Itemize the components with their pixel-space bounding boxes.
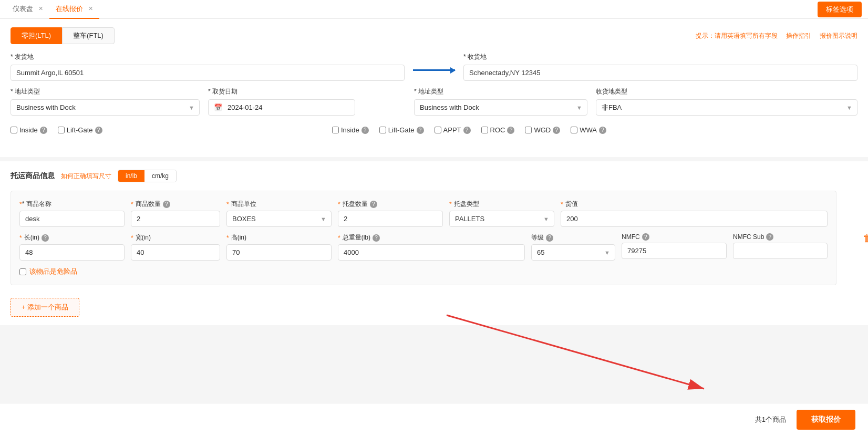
nmfc-help-icon[interactable]: ? bbox=[642, 233, 649, 241]
address-section: * 发货地 * 收货地 * 地址类型 Business with Dock bbox=[11, 53, 857, 149]
tab-quote[interactable]: 在线报价 ✕ bbox=[49, 0, 99, 19]
tab-dashboard[interactable]: 仪表盘 ✕ bbox=[6, 0, 49, 19]
delivery-type-select[interactable]: 非FBA FBA bbox=[596, 99, 857, 116]
dest-wwa-help-icon[interactable]: ? bbox=[599, 127, 606, 134]
dangerous-goods-label: 该物品是危险品 bbox=[29, 267, 77, 276]
item-pallet-type-select[interactable]: PALLETS SKIDS bbox=[449, 211, 554, 227]
item-unit-select-wrap: BOXES PALLETS PIECES ▼ bbox=[226, 211, 332, 227]
origin-inside-help-icon[interactable]: ? bbox=[40, 127, 47, 134]
dangerous-goods-input[interactable] bbox=[19, 268, 26, 275]
nmfc-sub-help-icon[interactable]: ? bbox=[766, 233, 773, 241]
pickup-date-input-wrap[interactable]: 📅 bbox=[208, 99, 355, 116]
dest-input[interactable] bbox=[463, 65, 857, 81]
field-name-label: * * 商品名称 bbox=[19, 200, 125, 209]
origin-addr-type-select-wrap: Business with Dock Business without Dock… bbox=[11, 99, 200, 116]
dest-inside-label: Inside bbox=[341, 126, 359, 134]
item-unit-select[interactable]: BOXES PALLETS PIECES bbox=[226, 211, 332, 227]
origin-input[interactable] bbox=[11, 65, 405, 81]
pallet-qty-help-icon[interactable]: ? bbox=[370, 201, 377, 208]
dest-wgd-checkbox[interactable]: WGD ? bbox=[525, 126, 560, 134]
dest-roc-checkbox[interactable]: ROC ? bbox=[481, 126, 515, 134]
add-item-button[interactable]: + 添加一个商品 bbox=[11, 298, 79, 317]
tab-bar: 仪表盘 ✕ 在线报价 ✕ 标签选项 bbox=[0, 0, 868, 19]
dest-wwa-input[interactable] bbox=[571, 127, 577, 133]
dest-appt-input[interactable] bbox=[435, 127, 441, 133]
tab-quote-close[interactable]: ✕ bbox=[88, 5, 93, 12]
unit-tab-inlb[interactable]: in/lb bbox=[118, 170, 144, 182]
tab-ftl[interactable]: 整车(FTL) bbox=[62, 27, 115, 44]
item-row-2: * 长(in) ? * 宽(in) * 高(in) bbox=[19, 233, 828, 261]
dest-wgd-input[interactable] bbox=[525, 127, 532, 133]
dest-wwa-checkbox[interactable]: WWA ? bbox=[571, 126, 606, 134]
item-length-input[interactable] bbox=[19, 244, 125, 261]
delete-item-icon[interactable]: 🗑 bbox=[863, 232, 868, 244]
origin-inside-checkbox[interactable]: Inside ? bbox=[11, 126, 47, 134]
dest-addr-type-select[interactable]: Business with Dock Business without Dock… bbox=[414, 99, 587, 116]
origin-liftgate-input[interactable] bbox=[58, 127, 65, 133]
dest-addr-type-group: * 地址类型 Business with Dock Business witho… bbox=[414, 87, 587, 116]
field-pallet-qty: * 托盘数量 ? bbox=[338, 200, 443, 227]
field-length-label: * 长(in) ? bbox=[19, 233, 125, 242]
item-grade-select[interactable]: 65 70 77.5 85 92.5 100 110 125 150 175 2… bbox=[531, 244, 615, 261]
origin-inside-input[interactable] bbox=[11, 127, 17, 133]
weight-help-icon[interactable]: ? bbox=[373, 234, 380, 242]
hint-link-diagram[interactable]: 报价图示说明 bbox=[820, 32, 857, 40]
origin-liftgate-help-icon[interactable]: ? bbox=[95, 127, 102, 134]
delivery-type-select-wrap: 非FBA FBA ▼ bbox=[596, 99, 857, 116]
dest-group: * 收货地 bbox=[463, 53, 857, 81]
item-nmfc-input[interactable] bbox=[622, 243, 727, 259]
dest-liftgate-input[interactable] bbox=[379, 127, 386, 133]
hint-link-guide[interactable]: 操作指引 bbox=[786, 32, 811, 40]
dangerous-goods-checkbox[interactable]: 该物品是危险品 bbox=[19, 267, 828, 276]
tag-options-button[interactable]: 标签选项 bbox=[818, 2, 862, 17]
field-grade: 等级 ? 65 70 77.5 85 92.5 100 110 125 bbox=[531, 233, 615, 261]
origin-addr-type-select[interactable]: Business with Dock Business without Dock… bbox=[11, 99, 200, 116]
tab-dashboard-close[interactable]: ✕ bbox=[38, 5, 43, 12]
dest-liftgate-checkbox[interactable]: Lift-Gate ? bbox=[379, 126, 424, 134]
dest-wgd-help-icon[interactable]: ? bbox=[553, 127, 560, 134]
dest-inside-checkbox[interactable]: Inside ? bbox=[332, 126, 369, 134]
how-to-link[interactable]: 如何正确填写尺寸 bbox=[61, 172, 111, 181]
field-height-label: * 高(in) bbox=[226, 233, 332, 242]
item-value-input[interactable] bbox=[561, 211, 828, 227]
field-name: * * 商品名称 bbox=[19, 200, 125, 227]
origin-liftgate-checkbox[interactable]: Lift-Gate ? bbox=[58, 126, 102, 134]
field-length: * 长(in) ? bbox=[19, 233, 125, 261]
field-height: * 高(in) bbox=[226, 233, 332, 261]
dest-roc-input[interactable] bbox=[481, 127, 488, 133]
dest-appt-checkbox[interactable]: APPT ? bbox=[435, 126, 471, 134]
length-help-icon[interactable]: ? bbox=[42, 234, 49, 242]
dest-appt-label: APPT bbox=[443, 126, 461, 134]
item-name-input[interactable] bbox=[19, 211, 125, 227]
section-divider bbox=[0, 157, 868, 161]
dest-inside-help-icon[interactable]: ? bbox=[361, 127, 369, 134]
cargo-header: 托运商品信息 如何正确填写尺寸 in/lb cm/kg bbox=[11, 170, 857, 182]
dest-roc-help-icon[interactable]: ? bbox=[507, 127, 514, 134]
dest-wwa-label: WWA bbox=[580, 126, 597, 134]
origin-addr-type-label: * 地址类型 bbox=[11, 87, 200, 96]
unit-tabs: in/lb cm/kg bbox=[118, 170, 177, 182]
dest-inside-input[interactable] bbox=[332, 127, 339, 133]
delivery-type-label: 收货地类型 bbox=[596, 87, 857, 96]
main-content: 零担(LTL) 整车(FTL) 提示：请用英语填写所有字段 操作指引 报价图示说… bbox=[0, 19, 868, 157]
dest-liftgate-help-icon[interactable]: ? bbox=[417, 127, 424, 134]
origin-inside-label: Inside bbox=[19, 126, 38, 134]
item-card: * * 商品名称 * 商品数量 ? * 商品单位 bbox=[11, 191, 836, 285]
pickup-date-label: * 取货日期 bbox=[208, 87, 355, 96]
grade-help-icon[interactable]: ? bbox=[546, 234, 553, 242]
dest-appt-help-icon[interactable]: ? bbox=[463, 127, 471, 134]
item-weight-input[interactable] bbox=[338, 244, 525, 261]
tab-ltl[interactable]: 零担(LTL) bbox=[11, 27, 62, 44]
hint-bar: 提示：请用英语填写所有字段 操作指引 报价图示说明 bbox=[696, 32, 857, 40]
pickup-date-input[interactable] bbox=[228, 103, 316, 111]
field-unit: * 商品单位 BOXES PALLETS PIECES ▼ bbox=[226, 200, 332, 227]
qty-help-icon[interactable]: ? bbox=[163, 201, 170, 208]
item-nmfc-sub-input[interactable] bbox=[733, 243, 828, 259]
item-height-input[interactable] bbox=[226, 244, 332, 261]
item-pallet-qty-input[interactable] bbox=[338, 211, 443, 227]
unit-tab-cmkg[interactable]: cm/kg bbox=[144, 170, 176, 182]
item-qty-input[interactable] bbox=[131, 211, 220, 227]
field-qty-label: * 商品数量 ? bbox=[131, 200, 220, 209]
origin-group: * 发货地 bbox=[11, 53, 405, 81]
item-width-input[interactable] bbox=[131, 244, 220, 261]
